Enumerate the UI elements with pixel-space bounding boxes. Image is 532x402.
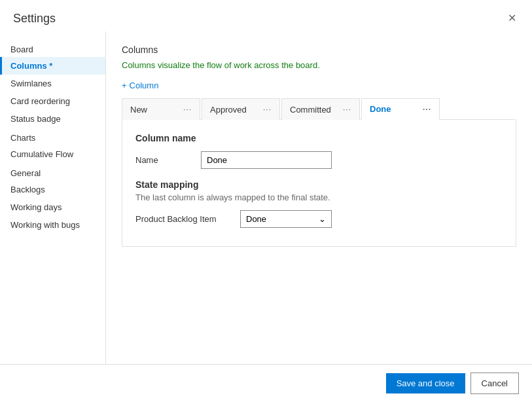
- tab-approved[interactable]: Approved ···: [202, 98, 280, 120]
- tab-committed-label: Committed: [290, 105, 331, 115]
- state-mapping-desc: The last column is always mapped to the …: [135, 192, 503, 202]
- chevron-down-icon: ⌄: [319, 214, 326, 224]
- tab-done[interactable]: Done ···: [361, 98, 440, 120]
- name-label: Name: [135, 155, 201, 165]
- close-button[interactable]: ✕: [505, 10, 519, 26]
- state-mapping-title: State mapping: [135, 179, 503, 190]
- tab-committed[interactable]: Committed ···: [281, 98, 360, 120]
- tab-committed-dots[interactable]: ···: [343, 105, 351, 114]
- add-column-label: Column: [130, 81, 159, 90]
- tab-approved-dots[interactable]: ···: [263, 105, 272, 114]
- sidebar-item-cumulative-flow[interactable]: Cumulative Flow: [0, 145, 105, 163]
- save-and-close-button[interactable]: Save and close: [386, 373, 465, 393]
- dialog-footer: Save and close Cancel: [0, 364, 532, 402]
- tab-new-dots[interactable]: ···: [183, 105, 192, 114]
- settings-dialog: Settings ✕ Board Columns * Swimlanes Car…: [0, 0, 532, 402]
- columns-section-title: Columns: [122, 45, 516, 55]
- tab-new-label: New: [130, 105, 147, 115]
- product-backlog-value: Done: [246, 214, 266, 224]
- columns-tabs: New ··· Approved ··· Committed ··· Done …: [122, 98, 516, 120]
- column-name-title: Column name: [135, 133, 503, 143]
- add-column-button[interactable]: + Column: [122, 81, 158, 90]
- dialog-title: Settings: [13, 12, 56, 26]
- sidebar-section-board: Board: [0, 39, 105, 57]
- sidebar-item-columns[interactable]: Columns *: [0, 57, 105, 75]
- main-content: Columns Columns visualize the flow of wo…: [106, 31, 532, 364]
- dialog-header: Settings ✕: [0, 0, 532, 31]
- plus-icon: +: [122, 81, 127, 90]
- sidebar-item-status-badge[interactable]: Status badge: [0, 110, 105, 128]
- columns-info-text: Columns visualize the flow of work acros…: [122, 60, 516, 70]
- tab-new[interactable]: New ···: [122, 98, 200, 120]
- tab-done-label: Done: [370, 104, 391, 114]
- sidebar-item-swimlanes[interactable]: Swimlanes: [0, 75, 105, 92]
- column-panel: Column name Name State mapping The last …: [122, 119, 516, 247]
- sidebar-section-charts: Charts: [0, 128, 105, 145]
- tab-approved-label: Approved: [210, 105, 247, 115]
- dialog-body: Board Columns * Swimlanes Card reorderin…: [0, 31, 532, 364]
- cancel-button[interactable]: Cancel: [470, 373, 519, 394]
- sidebar-item-backlogs[interactable]: Backlogs: [0, 181, 105, 198]
- sidebar-section-general: General: [0, 163, 105, 181]
- product-backlog-select[interactable]: Done ⌄: [240, 210, 332, 228]
- sidebar-item-working-with-bugs[interactable]: Working with bugs: [0, 216, 105, 234]
- column-name-input[interactable]: [201, 151, 332, 169]
- state-mapping-section: State mapping The last column is always …: [135, 179, 503, 228]
- product-backlog-row: Product Backlog Item Done ⌄: [135, 210, 503, 228]
- sidebar: Board Columns * Swimlanes Card reorderin…: [0, 31, 106, 364]
- sidebar-item-working-days[interactable]: Working days: [0, 198, 105, 216]
- sidebar-item-card-reordering[interactable]: Card reordering: [0, 92, 105, 110]
- tab-done-dots[interactable]: ···: [423, 105, 431, 114]
- name-row: Name: [135, 151, 503, 169]
- product-backlog-label: Product Backlog Item: [135, 214, 240, 224]
